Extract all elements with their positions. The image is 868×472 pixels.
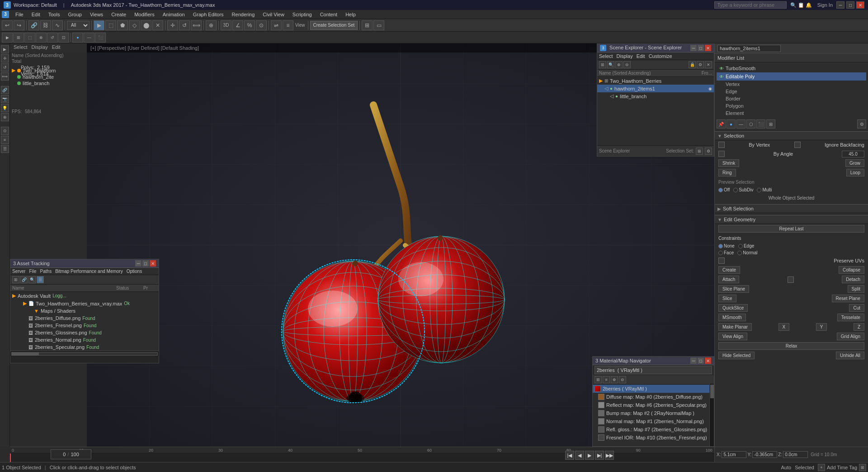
at-tb-3[interactable]: 🔍 [28, 276, 36, 283]
at-scroll-track[interactable] [11, 352, 158, 356]
prev-frame-button[interactable]: |◀ [565, 451, 574, 460]
at-menu-server[interactable]: Server [12, 269, 25, 274]
mod-icon-vertex[interactable]: ● [726, 119, 736, 129]
mn-item-5[interactable]: Refl. gloss.: Map #7 (2berries_Glossines… [593, 425, 714, 434]
loop-button[interactable]: Loop [846, 169, 864, 176]
menu-civil-view[interactable]: Civil View [259, 11, 288, 18]
selection-section-header[interactable]: ▼ Selection [715, 131, 868, 140]
z-button[interactable]: Z [854, 323, 864, 331]
se-tb-search[interactable]: 🔍 [607, 61, 614, 68]
layer-button[interactable]: ⊞ [362, 20, 373, 30]
menu-scripting[interactable]: Scripting [289, 11, 316, 18]
tesselate-button[interactable]: Tesselate [837, 314, 864, 321]
left-camera-btn[interactable]: 📷 [1, 95, 9, 103]
menu-rendering[interactable]: Rendering [228, 11, 259, 18]
by-vertex-checkbox[interactable] [718, 142, 725, 148]
at-item-maps-folder[interactable]: ▼ Maps / Shaders [21, 307, 159, 315]
mn-item-4[interactable]: Normal map: Map #1 (2berries_Normal.png) [593, 417, 714, 425]
mn-tb-3[interactable]: ⊕ [611, 376, 618, 383]
se-menu-display[interactable]: Display [617, 53, 633, 59]
attach-button[interactable]: Attach [718, 276, 739, 283]
at-item-normal[interactable]: 🖼 2berries_Normal.png Found [10, 336, 159, 343]
left-scale-btn[interactable]: ⟺ [1, 72, 9, 81]
se-item-1[interactable]: ◁ ● hawthorn_2items1 ◉ [597, 85, 714, 92]
menu-content[interactable]: Content [316, 11, 341, 18]
radio-multi[interactable]: Multi [757, 187, 772, 192]
msmooth-button[interactable]: MSmooth [718, 314, 746, 321]
shrink-button[interactable]: Shrink [718, 159, 739, 167]
se-tb-expand[interactable]: ⊕ [615, 61, 623, 68]
object-name-field[interactable] [717, 45, 781, 52]
edit-geometry-header[interactable]: ▼ Edit Geometry [715, 215, 868, 224]
tb2-edge-btn[interactable]: — [84, 33, 94, 43]
radio-none[interactable]: None [718, 243, 735, 248]
mn-minimize[interactable]: ─ [690, 358, 697, 364]
mn-scrollbar[interactable] [709, 384, 714, 446]
at-item-diffuse[interactable]: 🖼 2berries_Diffuse.png Found [10, 315, 159, 322]
radio-off[interactable]: Off [718, 187, 730, 192]
tb2-btn-2[interactable]: ⊞ [13, 33, 24, 43]
tb2-vertex-btn[interactable]: ● [72, 33, 83, 43]
next-frame-button[interactable]: ▶▶ [605, 451, 614, 460]
view-align-button[interactable]: View Align [718, 333, 747, 340]
split-button[interactable]: Split [848, 285, 864, 293]
se-item-0[interactable]: ▶ ⊞ Two_Hawthorn_Berries [597, 77, 714, 85]
mn-scroll-thumb[interactable] [710, 385, 714, 398]
sub-border[interactable]: Border [717, 95, 866, 102]
snap-spinner-button[interactable]: ⊙ [256, 20, 267, 30]
left-pivot-btn[interactable]: ⊙ [1, 127, 9, 135]
se-maximize[interactable]: □ [698, 45, 704, 51]
create-selection-button[interactable]: Create Selection Set [310, 21, 358, 30]
relax-button[interactable]: Relax [718, 342, 864, 350]
mode-select[interactable]: Select [12, 44, 29, 52]
tb2-btn-4[interactable]: ⊕ [36, 33, 47, 43]
mn-tb-4[interactable]: ⊖ [619, 376, 626, 383]
menu-animation[interactable]: Animation [159, 11, 189, 18]
hide-selected-button[interactable]: Hide Selected [718, 352, 755, 359]
se-tb-filter[interactable]: ⊞ [599, 61, 606, 68]
left-ribbon-btn[interactable]: ≡ [1, 136, 9, 144]
select-lasso-button[interactable]: ⬟ [117, 20, 128, 30]
se-menu-edit[interactable]: Edit [637, 53, 645, 59]
sub-vertex[interactable]: Vertex [717, 81, 866, 88]
at-menu-paths[interactable]: Paths [40, 269, 52, 274]
unhide-all-button[interactable]: Unhide All [836, 352, 864, 359]
se-tb-close2[interactable]: ✕ [705, 61, 712, 68]
left-helper-btn[interactable]: ⊕ [1, 113, 9, 121]
mn-tb-2[interactable]: ≡ [603, 376, 610, 383]
play-forward-button[interactable]: ▶| [595, 451, 604, 460]
radio-subdiv[interactable]: SubDiv [733, 187, 753, 192]
grid-align-button[interactable]: Grid Align [837, 333, 864, 340]
se-menu-select[interactable]: Select [599, 53, 613, 59]
search-input[interactable] [714, 1, 787, 9]
mirror-button[interactable]: ⇌ [271, 20, 282, 30]
at-tb-4[interactable]: ☰ [37, 276, 44, 283]
align-button[interactable]: ≡ [283, 20, 293, 30]
y-button[interactable]: Y [816, 323, 827, 331]
minimize-button[interactable]: ─ [836, 1, 844, 9]
menu-group[interactable]: Group [64, 11, 85, 18]
ignore-backfacing-checkbox[interactable] [794, 142, 801, 148]
x-coord-input[interactable] [722, 451, 746, 458]
se-tb-collapse[interactable]: ⊖ [623, 61, 631, 68]
at-menu-file[interactable]: File [29, 269, 36, 274]
menu-file[interactable]: File [12, 11, 27, 18]
snap-percent-button[interactable]: % [244, 20, 255, 30]
mode-display[interactable]: Display [30, 44, 50, 52]
cut-button[interactable]: Cut [849, 304, 864, 312]
create-button[interactable]: Create [718, 266, 740, 274]
se-minimize[interactable]: ─ [690, 45, 697, 51]
left-hierarchy-btn[interactable]: ☰ [1, 145, 9, 153]
at-minimize[interactable]: ─ [135, 260, 142, 267]
mn-item-0[interactable]: 2berries ( VRayMtl ) [593, 385, 714, 393]
close-button[interactable]: ✕ [856, 1, 864, 9]
menu-create[interactable]: Create [108, 11, 130, 18]
left-link-btn[interactable]: 🔗 [1, 86, 9, 94]
tb2-btn-1[interactable]: ▶ [2, 33, 13, 43]
sub-polygon[interactable]: Polygon [717, 102, 866, 110]
soft-selection-header[interactable]: ▶ Soft Selection [715, 204, 868, 213]
angle-input[interactable] [842, 151, 864, 157]
x-button[interactable]: X [778, 323, 790, 331]
mn-item-1[interactable]: Diffuse map: Map #0 (2berries_Diffuse.pn… [593, 393, 714, 401]
mn-close[interactable]: ✕ [705, 358, 711, 364]
